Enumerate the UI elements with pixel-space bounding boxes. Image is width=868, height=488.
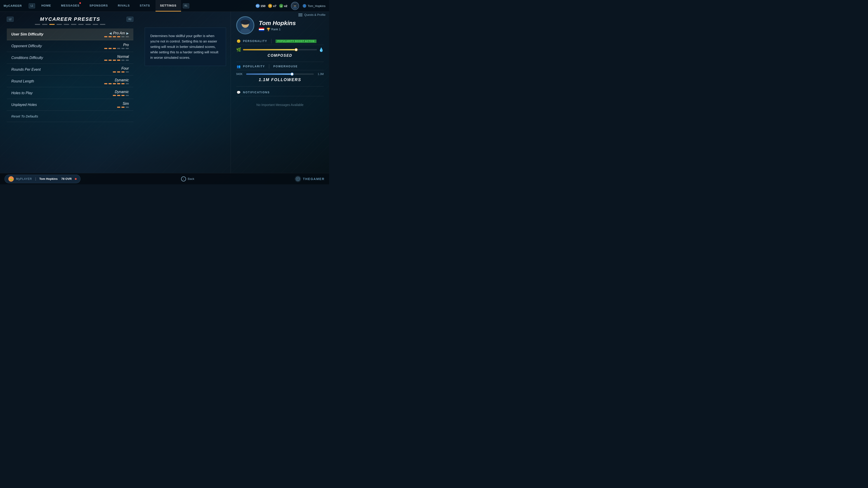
profile-circle-icon: 👤 bbox=[303, 4, 306, 8]
rank-badge: 🏆 Rank 1 bbox=[267, 28, 281, 31]
gold-amount: x7 bbox=[273, 4, 276, 8]
personality-slider: 🌿 💧 bbox=[236, 47, 324, 52]
slider-dots-5 bbox=[113, 95, 129, 96]
myplayer-label: MyPLAYER bbox=[16, 177, 32, 181]
preset-dot-3[interactable] bbox=[49, 24, 55, 25]
l2-badge[interactable]: L2 bbox=[7, 17, 13, 22]
myplayer-ovr: 78 OVR bbox=[61, 177, 72, 181]
popularity-icon: 👥 bbox=[236, 64, 241, 69]
personality-section: 😊 PERSONALITY POPULARITY BOOST ACTIVE 🌿 … bbox=[236, 39, 324, 58]
preset-dot-1[interactable] bbox=[35, 24, 40, 25]
thegamer-icon bbox=[295, 176, 301, 182]
preset-dot-7[interactable] bbox=[78, 24, 84, 25]
gold-icon: ★ bbox=[268, 4, 272, 8]
back-text: Back bbox=[188, 177, 194, 181]
slider-dots-4 bbox=[104, 83, 129, 84]
setting-value-group-4: Dynamic bbox=[104, 78, 129, 84]
flag-icon bbox=[259, 28, 264, 31]
slider-dots-3 bbox=[113, 71, 129, 72]
preset-dot-5[interactable] bbox=[64, 24, 69, 25]
setting-rounds-per-event[interactable]: Rounds Per Event Four bbox=[7, 64, 133, 75]
r1-button[interactable]: R1 bbox=[183, 3, 189, 8]
setting-conditions-difficulty[interactable]: Conditions Difficulty Normal bbox=[7, 52, 133, 64]
quests-profile-button[interactable]: Quests & Profile bbox=[298, 13, 326, 17]
tab-sponsors[interactable]: SPONSORS bbox=[85, 0, 113, 11]
l1-button[interactable]: L1 bbox=[29, 3, 35, 8]
currency-group: VC 150 ★ x7 ▲ x2 bbox=[256, 4, 287, 8]
green-currency: ▲ x2 bbox=[279, 4, 287, 8]
popularity-section: 👥 POPULARITY POWERHOUSE 940K 1.3M 1.1M F… bbox=[236, 64, 324, 82]
reset-to-defaults[interactable]: Reset To Defaults bbox=[7, 111, 133, 122]
settings-list: User Sim Difficulty ◀ Pro Am ▶ bbox=[7, 29, 133, 122]
presets-header: L2 MyCAREER PRESETS R2 bbox=[7, 16, 133, 22]
vc-currency: VC 150 bbox=[256, 4, 266, 8]
setting-round-length[interactable]: Round Length Dynamic bbox=[7, 75, 133, 87]
notifications-icon: 💬 bbox=[236, 90, 241, 95]
setting-unplayed-holes[interactable]: Unplayed Holes Sim bbox=[7, 99, 133, 111]
personality-title: PERSONALITY bbox=[243, 39, 267, 43]
green-amount: x2 bbox=[284, 4, 287, 8]
setting-user-sim-difficulty[interactable]: User Sim Difficulty ◀ Pro Am ▶ bbox=[7, 29, 133, 40]
slider-dots-6 bbox=[117, 107, 129, 108]
myplayer-badge: ⛳ MyPLAYER | Tom Hopkins 78 OVR bbox=[4, 175, 81, 183]
tab-stats[interactable]: STATS bbox=[135, 0, 155, 11]
popularity-title: POPULARITY bbox=[243, 65, 265, 68]
pop-high-label: 1.3M bbox=[315, 72, 324, 76]
back-button[interactable]: ○ Back bbox=[181, 176, 194, 182]
vc-icon: VC bbox=[256, 4, 260, 8]
popularity-section-header: 👥 POPULARITY POWERHOUSE bbox=[236, 64, 324, 70]
setting-holes-to-play[interactable]: Holes to Play Dynamic bbox=[7, 87, 133, 99]
setting-value-group-1: Pro bbox=[104, 43, 129, 49]
setting-opponent-difficulty[interactable]: Opponent Difficulty Pro bbox=[7, 40, 133, 52]
preset-dot-8[interactable] bbox=[86, 24, 91, 25]
preset-dot-6[interactable] bbox=[71, 24, 76, 25]
preset-dot-4[interactable] bbox=[57, 24, 62, 25]
notifications-title: NOTIFICATIONS bbox=[243, 91, 270, 94]
popularity-track[interactable] bbox=[246, 73, 314, 75]
main-content: L2 MyCAREER PRESETS R2 User Sim Difficul… bbox=[0, 12, 329, 184]
myplayer-name: Tom Hopkins bbox=[39, 177, 58, 181]
preset-dot-9[interactable] bbox=[93, 24, 98, 25]
svg-rect-5 bbox=[241, 20, 250, 25]
player-profile-header: Tom Hopkins 🏆 Rank 1 bbox=[236, 16, 324, 34]
arrows-0: ◀ Pro Am ▶ bbox=[109, 31, 129, 35]
slider-dots-2 bbox=[104, 60, 129, 61]
personality-section-header: 😊 PERSONALITY POPULARITY BOOST ACTIVE bbox=[236, 39, 324, 45]
slider-dots-0 bbox=[104, 36, 129, 37]
tab-messages[interactable]: MESSAGES bbox=[57, 0, 84, 11]
personality-fill bbox=[243, 49, 296, 51]
popularity-thumb bbox=[290, 72, 293, 76]
preset-dot-10[interactable] bbox=[100, 24, 105, 25]
tab-rivals[interactable]: RIVALS bbox=[113, 0, 134, 11]
info-text: Determines how skillful your golfer is w… bbox=[150, 33, 220, 60]
notifications-section: 💬 NOTIFICATIONS No Important Messages Av… bbox=[236, 90, 324, 111]
header: MyCAREER L1 HOME MESSAGES SPONSORS RIVAL… bbox=[0, 0, 329, 12]
info-panel: Determines how skillful your golfer is w… bbox=[140, 12, 230, 184]
messages-notification-dot bbox=[79, 2, 81, 4]
thegamer-logo: THEGAMER bbox=[295, 176, 324, 182]
arrow-right-0[interactable]: ▶ bbox=[126, 31, 129, 35]
profile-panel: Tom Hopkins 🏆 Rank 1 😊 PERSONALITY POPUL… bbox=[230, 12, 329, 184]
powerhouse-title: POWERHOUSE bbox=[273, 65, 298, 68]
presets-title: MyCAREER PRESETS bbox=[40, 16, 100, 22]
followers-count: 1.1M FOLLOWERS bbox=[236, 77, 324, 82]
personality-track[interactable] bbox=[243, 49, 317, 51]
arrow-left-0[interactable]: ◀ bbox=[109, 31, 112, 35]
ovr-dot bbox=[75, 178, 76, 180]
gold-currency: ★ x7 bbox=[268, 4, 276, 8]
svg-point-2 bbox=[293, 6, 297, 8]
tab-home[interactable]: HOME bbox=[37, 0, 56, 11]
green-icon: ▲ bbox=[279, 4, 283, 8]
nav-tabs: HOME MESSAGES SPONSORS RIVALS STATS SETT… bbox=[37, 0, 181, 11]
preset-dot-2[interactable] bbox=[42, 24, 48, 25]
bottom-bar: ⛳ MyPLAYER | Tom Hopkins 78 OVR ○ Back T… bbox=[0, 173, 329, 184]
rank-icon: 🏆 bbox=[267, 28, 270, 31]
popularity-slider: 940K 1.3M bbox=[236, 72, 324, 76]
r2-badge[interactable]: R2 bbox=[127, 17, 133, 22]
slider-dots-1 bbox=[104, 48, 129, 49]
header-avatar bbox=[291, 2, 299, 10]
setting-value-group-3: Four bbox=[113, 66, 129, 72]
popularity-fill bbox=[246, 73, 292, 75]
player-info: Tom Hopkins 🏆 Rank 1 bbox=[259, 20, 296, 31]
tab-settings[interactable]: SETTINGS bbox=[156, 0, 181, 11]
